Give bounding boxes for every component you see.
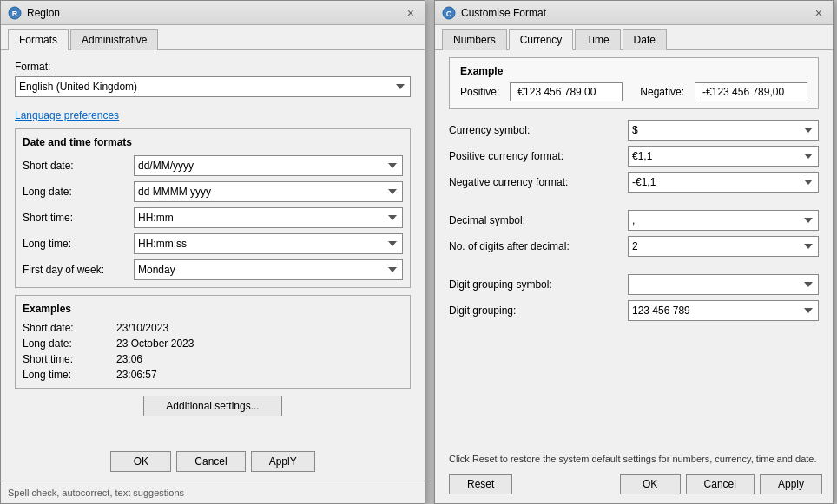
region-title: Region <box>27 7 60 19</box>
customise-titlebar-left: C Customise Format <box>442 6 546 20</box>
example-short-date-label: Short date: <box>23 322 109 334</box>
example-long-time-label: Long time: <box>23 369 109 381</box>
currency-symbol-label: Currency symbol: <box>449 124 623 136</box>
status-bar: Spell check, autocorrect, text suggestio… <box>1 481 425 503</box>
format-select[interactable]: English (United Kingdom) <box>15 76 411 97</box>
region-tabs: Formats Administrative <box>1 25 425 50</box>
positive-value: €123 456 789,00 <box>510 82 623 101</box>
currency-symbol-select[interactable]: $ <box>628 120 819 141</box>
status-text: Spell check, autocorrect, text suggestio… <box>8 488 184 498</box>
short-time-label: Short time: <box>23 212 127 224</box>
region-window: R Region × Formats Administrative Format… <box>0 0 425 504</box>
digits-after-decimal-select[interactable]: 2 <box>628 236 819 257</box>
svg-text:C: C <box>446 10 452 18</box>
close-button[interactable]: × <box>404 7 418 19</box>
example-title: Example <box>460 65 807 77</box>
examples-grid: Short date: 23/10/2023 Long date: 23 Oct… <box>23 322 403 381</box>
customise-titlebar: C Customise Format × <box>435 1 833 25</box>
bottom-info-text: Click Reset to restore the system defaul… <box>449 454 816 464</box>
digit-grouping-symbol-select[interactable] <box>628 274 819 295</box>
date-time-formats-group: Date and time formats Short date: dd/MM/… <box>15 128 411 288</box>
long-time-select[interactable]: HH:mm:ss <box>134 233 403 254</box>
negative-currency-label: Negative currency format: <box>449 176 623 188</box>
example-short-time-label: Short time: <box>23 353 109 365</box>
region-icon: R <box>8 6 22 20</box>
titlebar-left: R Region <box>8 6 60 20</box>
example-row: Positive: €123 456 789,00 Negative: -€12… <box>460 82 807 101</box>
negative-currency-select[interactable]: -€1,1 <box>628 172 819 193</box>
region-content: Format: English (United Kingdom) Languag… <box>1 50 425 434</box>
digits-after-decimal-label: No. of digits after decimal: <box>449 240 623 252</box>
apply-button[interactable]: ApplY <box>251 451 315 472</box>
date-time-title: Date and time formats <box>23 136 403 148</box>
negative-value: -€123 456 789,00 <box>695 82 807 101</box>
example-short-date-value: 23/10/2023 <box>116 322 403 334</box>
negative-label: Negative: <box>640 86 684 98</box>
reset-button[interactable]: Reset <box>449 474 512 494</box>
reset-button-container: Reset <box>449 474 512 494</box>
customise-apply-button[interactable]: Apply <box>760 474 822 494</box>
region-bottom-buttons: OK Cancel ApplY <box>1 444 425 479</box>
tab-formats[interactable]: Formats <box>8 29 69 50</box>
additional-settings-button[interactable]: Additional settings... <box>143 396 282 416</box>
format-label: Format: <box>15 61 50 73</box>
date-time-grid: Short date: dd/MM/yyyy Long date: dd MMM… <box>23 155 403 280</box>
tab-currency[interactable]: Currency <box>509 29 574 50</box>
digit-grouping-select[interactable]: 123 456 789 <box>628 300 819 321</box>
short-date-label: Short date: <box>23 160 127 172</box>
svg-text:R: R <box>12 10 18 18</box>
customise-tabs: Numbers Currency Time Date <box>435 25 833 50</box>
example-short-time-value: 23:06 <box>116 353 403 365</box>
tab-time[interactable]: Time <box>575 29 620 50</box>
customise-ok-button[interactable]: OK <box>620 474 681 494</box>
customise-window: C Customise Format × Numbers Currency Ti… <box>434 0 834 504</box>
digit-grouping-symbol-label: Digit grouping symbol: <box>449 278 623 291</box>
customise-close-button[interactable]: × <box>812 7 826 19</box>
digit-grouping-label: Digit grouping: <box>449 304 623 317</box>
customise-title: Customise Format <box>461 7 546 19</box>
customise-bottom-buttons: OK Cancel Apply <box>620 474 822 494</box>
long-date-label: Long date: <box>23 186 127 198</box>
positive-label: Positive: <box>460 86 499 98</box>
ok-button[interactable]: OK <box>110 451 171 472</box>
example-long-date-label: Long date: <box>23 337 109 350</box>
positive-currency-label: Positive currency format: <box>449 150 623 162</box>
bottom-info: Click Reset to restore the system defaul… <box>449 453 819 465</box>
tab-date[interactable]: Date <box>623 29 667 50</box>
tab-administrative[interactable]: Administrative <box>70 29 158 50</box>
first-day-label: First day of week: <box>23 264 127 276</box>
cancel-button[interactable]: Cancel <box>176 451 245 472</box>
tab-numbers[interactable]: Numbers <box>442 29 507 50</box>
example-long-date-value: 23 October 2023 <box>116 337 403 350</box>
language-preferences-link[interactable]: Language preferences <box>15 109 119 121</box>
customise-content: Example Positive: €123 456 789,00 Negati… <box>435 50 833 328</box>
decimal-symbol-label: Decimal symbol: <box>449 214 623 226</box>
first-day-select[interactable]: Monday <box>134 259 403 280</box>
customise-icon: C <box>442 6 456 20</box>
short-time-select[interactable]: HH:mm <box>134 207 403 228</box>
positive-currency-select[interactable]: €1,1 <box>628 146 819 167</box>
long-time-label: Long time: <box>23 238 127 250</box>
example-long-time-value: 23:06:57 <box>116 369 403 381</box>
examples-title: Examples <box>23 303 403 315</box>
example-box: Example Positive: €123 456 789,00 Negati… <box>449 57 819 109</box>
region-titlebar: R Region × <box>1 1 425 25</box>
examples-group: Examples Short date: 23/10/2023 Long dat… <box>15 295 411 389</box>
long-date-select[interactable]: dd MMMM yyyy <box>134 181 403 202</box>
decimal-symbol-select[interactable]: , <box>628 210 819 231</box>
customise-cancel-button[interactable]: Cancel <box>686 474 755 494</box>
short-date-select[interactable]: dd/MM/yyyy <box>134 155 403 176</box>
